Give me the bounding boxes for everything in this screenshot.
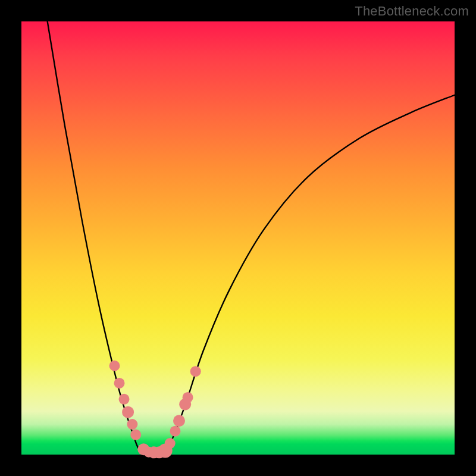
- curve-right-branch: [164, 95, 455, 452]
- watermark-text: TheBottleneck.com: [355, 4, 469, 19]
- marker-dot: [130, 430, 141, 440]
- marker-dot: [170, 426, 180, 437]
- marker-dot: [165, 438, 176, 449]
- marker-dot: [119, 394, 130, 405]
- chart-frame: TheBottleneck.com: [0, 0, 476, 476]
- marker-dot: [173, 415, 185, 427]
- marker-dot: [190, 366, 201, 377]
- marker-dot: [127, 419, 137, 430]
- marker-dot: [122, 406, 134, 418]
- marker-dot: [183, 392, 193, 403]
- curve-left-branch: [48, 21, 145, 452]
- marker-dot: [114, 378, 125, 389]
- chart-svg: [21, 21, 455, 455]
- marker-dot: [109, 361, 120, 371]
- marker-group: [109, 361, 201, 459]
- plot-area: [21, 21, 455, 455]
